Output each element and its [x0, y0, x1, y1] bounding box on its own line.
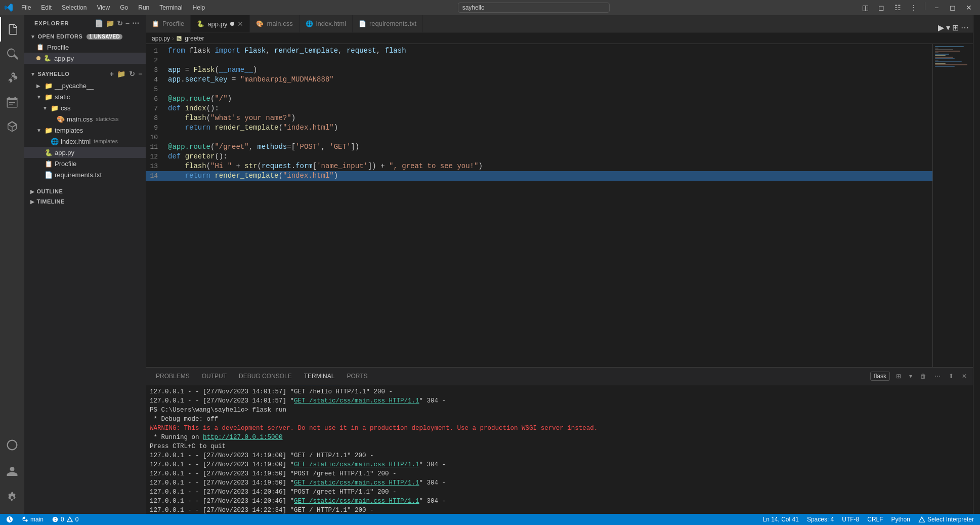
maximize-button[interactable]: ◻ [946, 2, 960, 13]
requirements-tab-icon: 📄 [359, 20, 366, 27]
status-interpreter[interactable]: Select Interpreter [916, 514, 976, 525]
code-line-11: 11 @app.route("/greet", methods=['POST',… [146, 142, 932, 152]
git-branch-icon [21, 516, 28, 523]
menu-run[interactable]: Run [134, 3, 153, 12]
tree-main-css[interactable]: 🎨 main.css static\css [24, 113, 146, 125]
more-actions-icon[interactable]: ⋯ [132, 19, 140, 27]
outline-label[interactable]: ▶ OUTLINE [24, 186, 146, 196]
minimap-content [933, 44, 973, 69]
sayhello-header[interactable]: ▼ SAYHELLO + 📁 ↻ − [24, 68, 146, 80]
editor-layout-button[interactable]: ☷ [890, 2, 905, 13]
tab-procfile[interactable]: 📋 Procfile [146, 15, 191, 32]
requirements-name: requirements.txt [55, 171, 102, 179]
code-editor[interactable]: 1 from flask import Flask, render_templa… [146, 44, 932, 367]
add-terminal-icon[interactable]: ⊞ [894, 372, 903, 381]
line-num-13: 13 [146, 161, 166, 171]
unsaved-badge: 1 unsaved [87, 34, 122, 39]
panel-tab-ports[interactable]: PORTS [340, 368, 373, 385]
tree-css-folder[interactable]: ▼ 📁 css [24, 102, 146, 113]
activity-search[interactable] [0, 42, 24, 66]
more-terminal-actions[interactable]: ⋯ [932, 372, 943, 381]
tree-procfile[interactable]: 📋 Procfile [24, 158, 146, 169]
activity-source-control[interactable] [0, 66, 24, 90]
collapse-all-icon[interactable]: − [125, 19, 130, 27]
line-num-2: 2 [146, 56, 166, 65]
menu-selection[interactable]: Selection [58, 3, 91, 12]
activity-settings[interactable] [0, 486, 24, 510]
menu-edit[interactable]: Edit [37, 3, 56, 12]
tree-templates[interactable]: ▼ 📁 templates [24, 125, 146, 136]
more-editor-actions[interactable]: ⋯ [961, 23, 969, 32]
open-editor-procfile[interactable]: 📋 Procfile ✕ [24, 42, 146, 53]
status-errors[interactable]: 0 0 [50, 514, 80, 525]
panel-content[interactable]: 127.0.0.1 - - [27/Nov/2023 14:01:57] "GE… [146, 385, 973, 514]
status-language[interactable]: Python [889, 514, 912, 525]
tab-maincss[interactable]: 🎨 main.css [250, 15, 299, 32]
line-content-13: flash("Hi " + str(request.form['name_inp… [166, 161, 932, 171]
tab-indexhtml[interactable]: 🌐 index.html [300, 15, 353, 32]
tree-requirements[interactable]: 📄 requirements.txt [24, 169, 146, 180]
menu-terminal[interactable]: Terminal [155, 3, 186, 12]
tree-pycache[interactable]: ▶ 📁 __pycache__ [24, 80, 146, 91]
split-editor-button[interactable]: ⊞ [952, 23, 959, 32]
status-remote[interactable] [4, 514, 15, 525]
refresh-icon[interactable]: ↻ [117, 19, 123, 27]
new-folder-icon[interactable]: 📁 [106, 19, 115, 27]
status-line-col[interactable]: Ln 14, Col 41 [760, 514, 800, 525]
breadcrumb-symbol[interactable]: greeter [176, 35, 204, 42]
close-button[interactable]: ✕ [962, 2, 976, 13]
terminal-dropdown[interactable]: ▾ [907, 372, 914, 381]
open-editor-apppy[interactable]: 🐍 app.py ✕ [24, 53, 146, 64]
menu-help[interactable]: Help [189, 3, 209, 12]
status-spaces[interactable]: Spaces: 4 [805, 514, 836, 525]
status-encoding[interactable]: UTF-8 [840, 514, 861, 525]
status-git-branch[interactable]: main [19, 514, 46, 525]
search-input[interactable] [458, 3, 610, 13]
run-debug-button[interactable]: ▾ [946, 23, 950, 32]
new-folder-action[interactable]: 📁 [116, 69, 127, 79]
panel-tab-terminal[interactable]: TERMINAL [298, 368, 341, 385]
sidebar-layout-button[interactable]: ◫ [858, 2, 872, 13]
status-line-ending[interactable]: CRLF [865, 514, 885, 525]
activity-explorer[interactable] [0, 17, 24, 42]
menu-file[interactable]: File [17, 3, 35, 12]
line-num-5: 5 [146, 85, 166, 94]
interpreter-label: Select Interpreter [927, 516, 974, 523]
panel-layout-button[interactable]: ◻ [874, 2, 888, 13]
tab-requirements[interactable]: 📄 requirements.txt [353, 15, 423, 32]
py-icon: 🐍 [45, 149, 53, 156]
terminal-line-9: 127.0.0.1 - - [27/Nov/2023 14:19:00] "GE… [150, 460, 969, 469]
tab-apppy[interactable]: 🐍 app.py ✕ [191, 15, 250, 32]
run-button[interactable]: ▶ [938, 23, 944, 32]
activity-account[interactable] [0, 459, 24, 483]
layout-menu-button[interactable]: ⋮ [907, 2, 921, 13]
terminal-line-11: 127.0.0.1 - - [27/Nov/2023 14:19:50] "GE… [150, 478, 969, 488]
kill-terminal-icon[interactable]: 🗑 [918, 372, 928, 381]
new-file-action[interactable]: + [109, 69, 115, 79]
panel-tab-debug[interactable]: DEBUG CONSOLE [233, 368, 298, 385]
refresh-action[interactable]: ↻ [128, 69, 137, 79]
open-editors-label[interactable]: ▼ OPEN EDITORS 1 unsaved [24, 31, 146, 42]
line-num-6: 6 [146, 94, 166, 104]
breadcrumb-file[interactable]: app.py [152, 35, 170, 42]
tree-index-html[interactable]: 🌐 index.html templates [24, 136, 146, 147]
minimize-button[interactable]: − [929, 2, 944, 13]
panel-tab-problems[interactable]: PROBLEMS [150, 368, 196, 385]
tree-static[interactable]: ▼ 📁 static [24, 91, 146, 102]
arrow-icon: ▼ [36, 94, 45, 100]
new-file-icon[interactable]: 📄 [95, 19, 104, 27]
collapse-action[interactable]: − [137, 69, 144, 79]
menu-go[interactable]: Go [116, 3, 132, 12]
main-css-name: main.css [67, 115, 93, 123]
menu-view[interactable]: View [93, 3, 114, 12]
activity-remote[interactable] [0, 433, 24, 457]
tree-app-py[interactable]: 🐍 app.py [24, 147, 146, 158]
close-apppy-tab[interactable]: ✕ [237, 20, 243, 28]
activity-extensions[interactable] [0, 114, 24, 139]
timeline-label[interactable]: ▶ TIMELINE [24, 196, 146, 207]
maximize-panel-icon[interactable]: ⬆ [947, 372, 956, 381]
warning-count: 0 [75, 516, 79, 523]
activity-run-debug[interactable] [0, 90, 24, 114]
panel-tab-output[interactable]: OUTPUT [196, 368, 233, 385]
close-panel-icon[interactable]: ✕ [960, 372, 969, 381]
